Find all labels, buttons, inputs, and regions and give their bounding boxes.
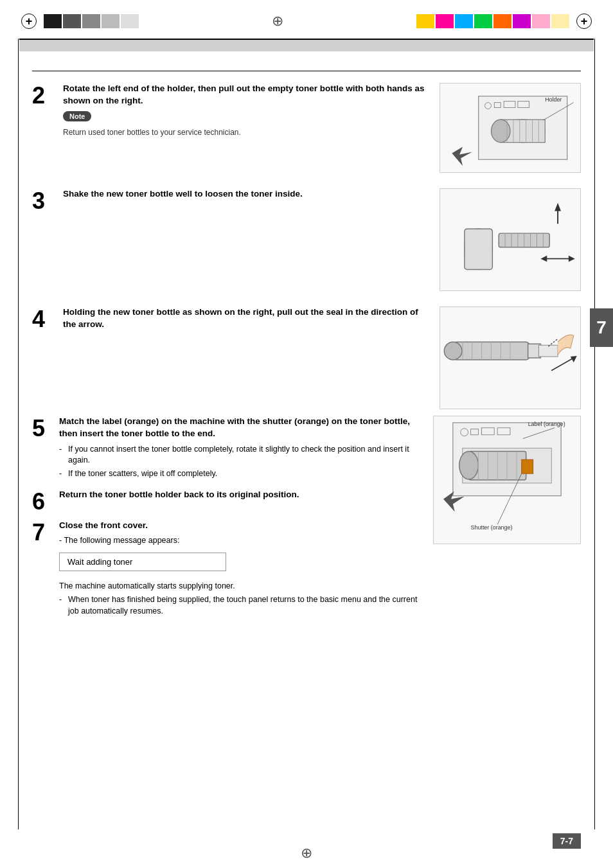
step-2-row: 2 Rotate the left end of the holder, the… bbox=[32, 83, 581, 173]
step-7-row: 7 Close the front cover. - The following… bbox=[32, 520, 423, 619]
step-5-number: 5 bbox=[32, 417, 53, 440]
step-6-text: Return the toner bottle holder back to i… bbox=[59, 489, 423, 505]
step-4-illustration bbox=[440, 307, 580, 409]
step-2-title: Rotate the left end of the holder, then … bbox=[63, 83, 429, 107]
step-7-number: 7 bbox=[32, 521, 53, 544]
top-marks: ⊕ bbox=[0, 0, 613, 39]
svg-point-7 bbox=[491, 120, 510, 142]
main-content: 2 Rotate the left end of the holder, the… bbox=[0, 64, 613, 647]
reg-mark-right bbox=[574, 12, 594, 31]
step-4-image bbox=[440, 306, 581, 409]
color-bar-left bbox=[44, 14, 139, 28]
svg-marker-28 bbox=[555, 203, 561, 211]
svg-marker-16 bbox=[452, 147, 472, 166]
svg-text:Holder: Holder bbox=[545, 96, 562, 103]
step-3-text: Shake the new toner bottle well to loose… bbox=[63, 188, 429, 204]
step-2-number: 2 bbox=[32, 84, 53, 107]
step-5-bullet-1: If you cannot insert the toner bottle co… bbox=[59, 444, 423, 466]
svg-rect-18 bbox=[465, 229, 492, 269]
step-5-image: Label (orange) Shutter (orange) bbox=[433, 416, 581, 544]
step-6-row: 6 Return the toner bottle holder back to… bbox=[32, 489, 423, 513]
step-6-title: Return the toner bottle holder back to i… bbox=[59, 489, 423, 501]
step-3-title: Shake the new toner bottle well to loose… bbox=[63, 188, 429, 200]
svg-rect-41 bbox=[538, 345, 558, 357]
step-5-bullet-2: If the toner scatters, wipe it off compl… bbox=[59, 468, 423, 480]
step-7-after-message: The machine automatically starts supplyi… bbox=[59, 581, 423, 590]
margin-line-right bbox=[594, 39, 595, 829]
crosshair-bottom: ⊕ bbox=[301, 845, 312, 862]
combined-steps: 5 Match the label (orange) on the machin… bbox=[32, 416, 423, 619]
color-bar-right bbox=[416, 14, 569, 28]
step-5-illustration: Label (orange) Shutter (orange) bbox=[434, 416, 580, 544]
message-box: Wait adding toner bbox=[59, 553, 226, 571]
crosshair-top: ⊕ bbox=[272, 13, 283, 30]
svg-point-54 bbox=[459, 451, 479, 479]
bottom-marks: ⊕ bbox=[0, 845, 613, 862]
step-7-text: Close the front cover. - The following m… bbox=[59, 520, 423, 619]
step-2-note-text: Return used toner bottles to your servic… bbox=[63, 128, 429, 137]
svg-point-33 bbox=[444, 342, 462, 360]
svg-marker-31 bbox=[569, 256, 575, 262]
step-7-bullet-1: When toner has finished being supplied, … bbox=[59, 594, 423, 617]
step-5-bullets: If you cannot insert the toner bottle co… bbox=[59, 444, 423, 480]
header-gray-bar bbox=[19, 40, 594, 51]
step-2-illustration: Holder bbox=[440, 84, 580, 172]
svg-text:Shutter (orange): Shutter (orange) bbox=[471, 524, 513, 531]
step-3-number: 3 bbox=[32, 190, 53, 213]
step-2-text: Rotate the left end of the holder, then … bbox=[63, 83, 429, 137]
step-7-bullets: When toner has finished being supplied, … bbox=[59, 594, 423, 617]
margin-line-left bbox=[18, 39, 19, 829]
svg-marker-30 bbox=[540, 256, 547, 262]
step-2-note-badge: Note bbox=[63, 111, 91, 121]
step-2-image: Holder bbox=[440, 83, 581, 173]
step-3-row: 3 Shake the new toner bottle well to loo… bbox=[32, 188, 581, 291]
step-5-text: Match the label (orange) on the machine … bbox=[59, 416, 423, 481]
step-4-number: 4 bbox=[32, 308, 53, 331]
step-5-title: Match the label (orange) on the machine … bbox=[59, 416, 423, 440]
chapter-tab: 7 bbox=[590, 308, 613, 347]
chapter-number: 7 bbox=[596, 317, 607, 338]
steps-567-row: 5 Match the label (orange) on the machin… bbox=[32, 416, 581, 619]
section-rule-top bbox=[32, 71, 581, 71]
step-4-text: Holding the new toner bottle as shown on… bbox=[63, 306, 429, 335]
svg-text:Label (orange): Label (orange) bbox=[528, 421, 565, 427]
step-3-image bbox=[440, 188, 581, 291]
step-4-title: Holding the new toner bottle as shown on… bbox=[63, 306, 429, 331]
step-5-row: 5 Match the label (orange) on the machin… bbox=[32, 416, 423, 481]
svg-line-43 bbox=[551, 358, 574, 371]
step-3-illustration bbox=[440, 189, 580, 290]
reg-mark-left bbox=[19, 12, 39, 31]
message-text: Wait adding toner bbox=[67, 557, 132, 567]
step-4-row: 4 Holding the new toner bottle as shown … bbox=[32, 306, 581, 409]
svg-rect-60 bbox=[522, 459, 533, 474]
step-6-number: 6 bbox=[32, 490, 53, 513]
step-7-title: Close the front cover. bbox=[59, 520, 423, 532]
step-7-sub-label: - The following message appears: bbox=[59, 536, 423, 545]
